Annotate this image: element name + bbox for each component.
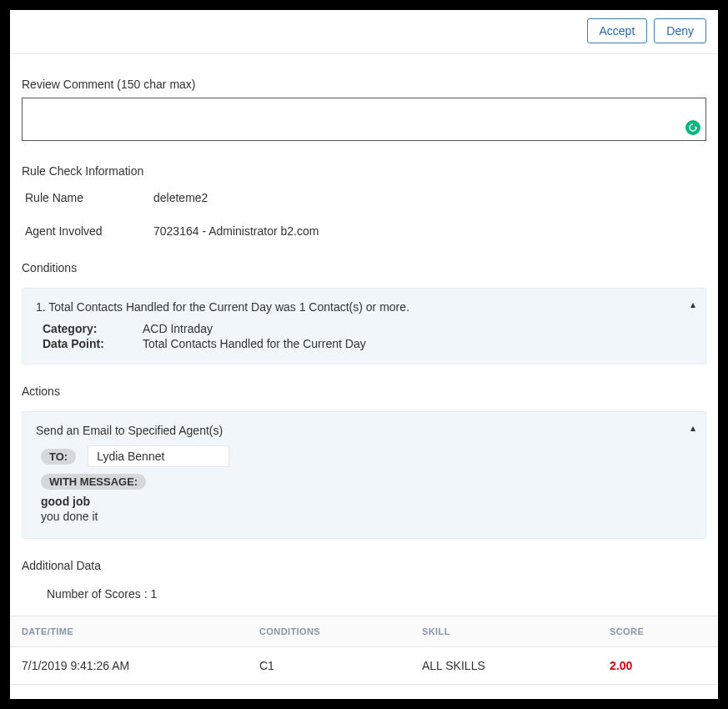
content-area: Review Comment (150 char max) Rule Check… bbox=[10, 54, 718, 685]
rule-name-row: Rule Name deleteme2 bbox=[22, 191, 706, 204]
collapse-icon[interactable]: ▴ bbox=[690, 422, 695, 434]
message-subject: good job bbox=[36, 495, 692, 508]
rule-check-heading: Rule Check Information bbox=[22, 164, 706, 178]
review-comment-input[interactable] bbox=[23, 98, 705, 140]
condition-panel: ▴ 1. Total Contacts Handled for the Curr… bbox=[22, 288, 706, 365]
rule-name-value: deleteme2 bbox=[153, 191, 208, 204]
rule-name-label: Rule Name bbox=[25, 191, 153, 204]
agent-involved-label: Agent Involved bbox=[25, 224, 153, 238]
number-of-scores: Number of Scores : 1 bbox=[22, 587, 706, 601]
cell-datetime: 7/1/2019 9:41:26 AM bbox=[10, 647, 248, 684]
condition-datapoint-value: Total Contacts Handled for the Current D… bbox=[143, 337, 366, 350]
action-to-row: TO: Lydia Bennet bbox=[36, 445, 692, 467]
table-row: 7/1/2019 9:41:26 AM C1 ALL SKILLS 2.00 bbox=[10, 647, 718, 685]
agent-involved-value: 7023164 - Administrator b2.com bbox=[153, 224, 319, 238]
score-value: 2.00 bbox=[610, 659, 632, 672]
cell-conditions: C1 bbox=[248, 647, 410, 684]
message-body: you done it bbox=[36, 510, 692, 523]
to-pill: TO: bbox=[41, 449, 76, 465]
collapse-icon[interactable]: ▴ bbox=[690, 299, 695, 310]
to-value: Lydia Bennet bbox=[88, 445, 229, 467]
agent-involved-row: Agent Involved 7023164 - Administrator b… bbox=[22, 224, 706, 238]
additional-data-heading: Additional Data bbox=[22, 559, 706, 572]
col-score: SCORE bbox=[598, 616, 718, 646]
grammarly-icon[interactable] bbox=[685, 120, 700, 135]
rule-check-info: Rule Check Information Rule Name deletem… bbox=[22, 164, 706, 238]
with-message-row: WITH MESSAGE: bbox=[36, 474, 692, 490]
cell-score: 2.00 bbox=[598, 647, 718, 684]
col-conditions: CONDITIONS bbox=[248, 616, 410, 646]
deny-button[interactable]: Deny bbox=[654, 18, 706, 43]
scores-table: DATE/TIME CONDITIONS SKILL SCORE 7/1/201… bbox=[10, 616, 718, 685]
condition-datapoint-label: Data Point: bbox=[43, 337, 143, 350]
header-bar: Accept Deny bbox=[10, 10, 718, 54]
cell-skill: ALL SKILLS bbox=[410, 647, 598, 684]
action-panel: ▴ Send an Email to Specified Agent(s) TO… bbox=[22, 411, 706, 539]
conditions-heading: Conditions bbox=[22, 261, 706, 274]
action-title: Send an Email to Specified Agent(s) bbox=[36, 424, 692, 437]
dialog-window: Accept Deny Review Comment (150 char max… bbox=[10, 10, 718, 699]
col-datetime: DATE/TIME bbox=[10, 616, 248, 646]
actions-heading: Actions bbox=[22, 385, 706, 398]
condition-category-value: ACD Intraday bbox=[143, 322, 213, 335]
condition-category-row: Category: ACD Intraday bbox=[36, 322, 692, 335]
with-message-pill: WITH MESSAGE: bbox=[41, 474, 146, 490]
review-comment-box bbox=[22, 98, 706, 141]
col-skill: SKILL bbox=[410, 616, 598, 646]
condition-title: 1. Total Contacts Handled for the Curren… bbox=[36, 300, 692, 314]
review-comment-label: Review Comment (150 char max) bbox=[22, 78, 706, 91]
condition-datapoint-row: Data Point: Total Contacts Handled for t… bbox=[36, 337, 692, 350]
accept-button[interactable]: Accept bbox=[587, 18, 648, 43]
table-header: DATE/TIME CONDITIONS SKILL SCORE bbox=[10, 616, 718, 647]
condition-category-label: Category: bbox=[43, 322, 143, 335]
